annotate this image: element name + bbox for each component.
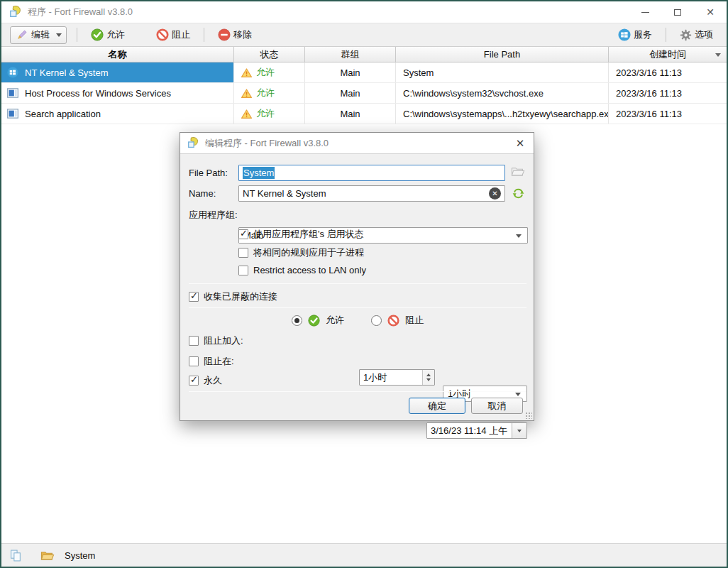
path-cell: C:\windows\system32\svchost.exe bbox=[396, 83, 609, 103]
block-button[interactable]: 阻止 bbox=[153, 26, 194, 43]
minimize-icon bbox=[641, 12, 649, 13]
allow-check-icon bbox=[91, 28, 104, 41]
path-cell: System bbox=[396, 62, 609, 82]
program-name: Host Process for Windows Services bbox=[25, 88, 171, 99]
warning-icon bbox=[241, 109, 252, 119]
copy-icon[interactable] bbox=[10, 550, 22, 562]
spinner-up-icon bbox=[426, 373, 431, 376]
fort-firewall-window: 程序 - Fort Firewall v3.8.0 ✕ 编辑 允许 阻 bbox=[0, 0, 728, 568]
edit-button[interactable]: 编辑 bbox=[10, 26, 67, 44]
resize-grip[interactable] bbox=[524, 411, 532, 419]
action-radio-group: 允许 阻止 bbox=[180, 314, 535, 327]
close-icon: ✕ bbox=[516, 137, 525, 150]
column-header-group[interactable]: 群组 bbox=[305, 47, 396, 62]
column-header-path[interactable]: File Path bbox=[396, 47, 609, 62]
checkbox-label: 使用应用程序组's 启用状态 bbox=[253, 228, 364, 241]
chevron-down-icon bbox=[517, 430, 522, 432]
browse-folder-button[interactable] bbox=[511, 166, 525, 179]
checkbox-checked-icon bbox=[189, 376, 199, 386]
spinner-buttons[interactable] bbox=[422, 370, 434, 385]
status-cell: 允许 bbox=[234, 104, 305, 124]
file-path-label: File Path: bbox=[189, 168, 228, 178]
checkbox-collect-blocked[interactable]: 收集已屏蔽的连接 bbox=[189, 290, 277, 303]
close-icon: ✕ bbox=[706, 7, 715, 17]
column-header-created[interactable]: 创建时间 bbox=[609, 47, 727, 62]
status-label: 允许 bbox=[256, 87, 275, 99]
refresh-name-button[interactable] bbox=[512, 187, 524, 202]
maximize-button[interactable] bbox=[661, 1, 694, 23]
radio-block-label: 阻止 bbox=[405, 314, 424, 327]
table-row[interactable]: NT Kernel & System 允许 Main System 2023/3… bbox=[1, 62, 727, 83]
group-cell: Main bbox=[305, 62, 396, 82]
status-cell: 允许 bbox=[234, 62, 305, 82]
allow-button[interactable]: 允许 bbox=[87, 26, 128, 43]
minimize-button[interactable] bbox=[629, 1, 661, 23]
column-header-created-label: 创建时间 bbox=[649, 48, 686, 61]
column-header-name[interactable]: 名称 bbox=[1, 47, 234, 62]
divider bbox=[189, 307, 526, 308]
windows-logo-icon bbox=[7, 67, 18, 78]
radio-block[interactable] bbox=[371, 315, 382, 326]
radio-allow[interactable] bbox=[292, 315, 302, 326]
created-cell: 2023/3/16 11:13 bbox=[609, 83, 727, 103]
allow-check-icon bbox=[308, 315, 320, 327]
cancel-button[interactable]: 取消 bbox=[471, 398, 523, 414]
toolbar: 编辑 允许 阻止 移除 服务 bbox=[1, 23, 727, 47]
checkbox-label: 收集已屏蔽的连接 bbox=[204, 290, 277, 303]
name-value: NT Kernel & System bbox=[243, 188, 326, 199]
group-cell: Main bbox=[305, 104, 396, 124]
group-cell: Main bbox=[305, 83, 396, 103]
dialog-close-button[interactable]: ✕ bbox=[507, 133, 534, 153]
path-cell: C:\windows\systemapps\...h2txyewy\search… bbox=[396, 104, 609, 124]
close-button[interactable]: ✕ bbox=[694, 1, 727, 23]
options-label: 选项 bbox=[695, 28, 713, 41]
table-row[interactable]: Host Process for Windows Services 允许 Mai… bbox=[1, 83, 727, 104]
remove-button[interactable]: 移除 bbox=[214, 26, 255, 43]
clear-input-icon[interactable]: ✕ bbox=[489, 187, 501, 200]
checkbox-unchecked-icon bbox=[238, 248, 248, 258]
checkbox-apply-child[interactable]: 将相同的规则应用于子进程 bbox=[238, 246, 364, 259]
app-icon bbox=[9, 6, 22, 18]
block-circle-icon bbox=[156, 28, 169, 41]
table-row[interactable]: Search application 允许 Main C:\windows\sy… bbox=[1, 104, 727, 124]
chevron-down-icon bbox=[515, 393, 521, 396]
checkbox-label: Restrict access to LAN only bbox=[253, 265, 366, 275]
name-input[interactable]: NT Kernel & System ✕ bbox=[238, 185, 505, 202]
checkbox-use-group-state[interactable]: 使用应用程序组's 启用状态 bbox=[238, 228, 364, 241]
block-in-spinner[interactable]: 1小时 bbox=[359, 369, 435, 386]
ok-button[interactable]: 确定 bbox=[409, 398, 465, 414]
checkbox-label: 永久 bbox=[204, 374, 222, 387]
table-header: 名称 状态 群组 File Path 创建时间 bbox=[1, 47, 727, 62]
maximize-icon bbox=[674, 9, 681, 16]
options-button[interactable]: 选项 bbox=[676, 26, 717, 43]
checkbox-checked-icon bbox=[238, 229, 248, 239]
checkbox-block-at[interactable]: 阻止在: bbox=[189, 355, 234, 368]
open-folder-icon[interactable] bbox=[40, 550, 55, 561]
radio-allow-label: 允许 bbox=[326, 314, 344, 327]
gear-icon bbox=[680, 29, 692, 41]
dialog-titlebar: 编辑程序 - Fort Firewall v3.8.0 ✕ bbox=[180, 133, 534, 154]
program-name-cell: Search application bbox=[1, 104, 234, 124]
edit-program-dialog: 编辑程序 - Fort Firewall v3.8.0 ✕ File Path:… bbox=[180, 132, 534, 421]
checkbox-lan-only[interactable]: Restrict access to LAN only bbox=[238, 265, 366, 275]
program-name: NT Kernel & System bbox=[25, 67, 109, 78]
group-label: 应用程序组: bbox=[189, 209, 238, 222]
file-path-input[interactable]: System bbox=[238, 165, 505, 181]
services-button[interactable]: 服务 bbox=[614, 26, 656, 43]
titlebar: 程序 - Fort Firewall v3.8.0 ✕ bbox=[1, 1, 727, 23]
block-circle-icon bbox=[387, 315, 399, 327]
datetime-dropdown-button[interactable] bbox=[512, 423, 526, 438]
window-app-icon bbox=[7, 87, 18, 99]
column-header-status[interactable]: 状态 bbox=[234, 47, 305, 62]
program-name-cell: NT Kernel & System bbox=[1, 62, 234, 82]
checkbox-checked-icon bbox=[189, 292, 199, 302]
warning-icon bbox=[241, 68, 252, 77]
window-title: 程序 - Fort Firewall v3.8.0 bbox=[28, 6, 133, 18]
checkbox-block-in[interactable]: 阻止加入: bbox=[189, 334, 243, 347]
checkbox-unchecked-icon bbox=[238, 266, 248, 275]
block-at-datetime[interactable]: 3/16/23 11:14 上午 bbox=[426, 422, 527, 439]
status-cell: 允许 bbox=[234, 83, 305, 103]
services-label: 服务 bbox=[634, 28, 652, 41]
checkbox-forever[interactable]: 永久 bbox=[189, 374, 222, 387]
remove-label: 移除 bbox=[233, 28, 252, 41]
